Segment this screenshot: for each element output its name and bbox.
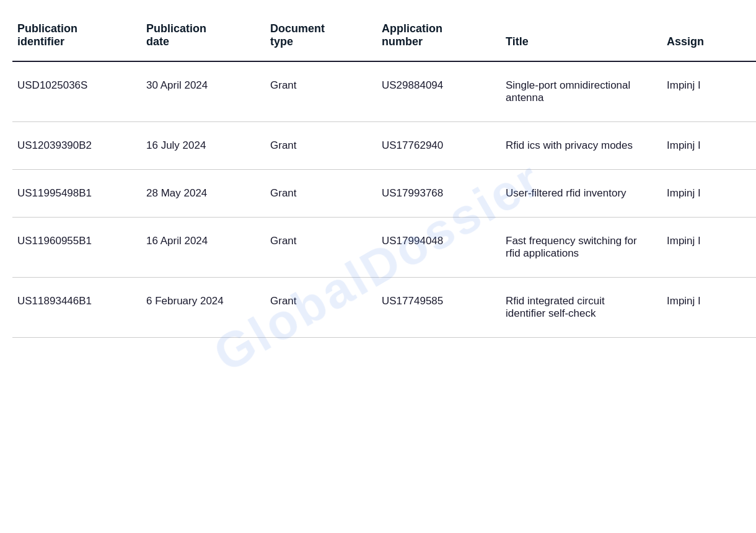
table-body: USD1025036S30 April 2024GrantUS29884094S… — [12, 61, 756, 338]
assignee-cell: Impinj I — [657, 218, 756, 278]
app-num-cell: US17762940 — [372, 122, 496, 170]
pub-id-cell: US12039390B2 — [12, 122, 136, 170]
col-header-assignee: Assign — [657, 12, 756, 61]
assignee-cell: Impinj I — [657, 278, 756, 338]
pub-date-cell: 16 April 2024 — [136, 218, 260, 278]
table-container: GlobalDossier Publicationidentifier Publ… — [0, 0, 756, 350]
table-row[interactable]: US11995498B128 May 2024GrantUS17993768Us… — [12, 170, 756, 218]
app-num-cell: US17993768 — [372, 170, 496, 218]
col-header-title: Title — [496, 12, 657, 61]
assignee-cell: Impinj I — [657, 122, 756, 170]
pub-date-cell: 6 February 2024 — [136, 278, 260, 338]
doc-type-cell: Grant — [260, 218, 372, 278]
doc-type-cell: Grant — [260, 278, 372, 338]
title-cell: Single-port omnidirectional antenna — [496, 61, 657, 122]
pub-id-cell: US11960955B1 — [12, 218, 136, 278]
app-num-cell: US17994048 — [372, 218, 496, 278]
pub-id-cell: US11995498B1 — [12, 170, 136, 218]
title-cell: User-filtered rfid inventory — [496, 170, 657, 218]
pub-id-cell: US11893446B1 — [12, 278, 136, 338]
title-cell: Rfid ics with privacy modes — [496, 122, 657, 170]
pub-date-cell: 16 July 2024 — [136, 122, 260, 170]
pub-date-cell: 28 May 2024 — [136, 170, 260, 218]
app-num-cell: US29884094 — [372, 61, 496, 122]
assignee-cell: Impinj I — [657, 170, 756, 218]
doc-type-cell: Grant — [260, 170, 372, 218]
title-cell: Rfid integrated circuit identifier self-… — [496, 278, 657, 338]
table-row[interactable]: US11960955B116 April 2024GrantUS17994048… — [12, 218, 756, 278]
col-header-doc-type: Documenttype — [260, 12, 372, 61]
table-header-row: Publicationidentifier Publicationdate Do… — [12, 12, 756, 61]
title-cell: Fast frequency switching for rfid applic… — [496, 218, 657, 278]
patents-table: Publicationidentifier Publicationdate Do… — [12, 12, 756, 338]
table-row[interactable]: US11893446B16 February 2024GrantUS177495… — [12, 278, 756, 338]
pub-date-cell: 30 April 2024 — [136, 61, 260, 122]
col-header-app-num: Applicationnumber — [372, 12, 496, 61]
doc-type-cell: Grant — [260, 61, 372, 122]
table-row[interactable]: US12039390B216 July 2024GrantUS17762940R… — [12, 122, 756, 170]
col-header-pub-date: Publicationdate — [136, 12, 260, 61]
assignee-cell: Impinj I — [657, 61, 756, 122]
col-header-pub-id: Publicationidentifier — [12, 12, 136, 61]
doc-type-cell: Grant — [260, 122, 372, 170]
app-num-cell: US17749585 — [372, 278, 496, 338]
pub-id-cell: USD1025036S — [12, 61, 136, 122]
table-row[interactable]: USD1025036S30 April 2024GrantUS29884094S… — [12, 61, 756, 122]
